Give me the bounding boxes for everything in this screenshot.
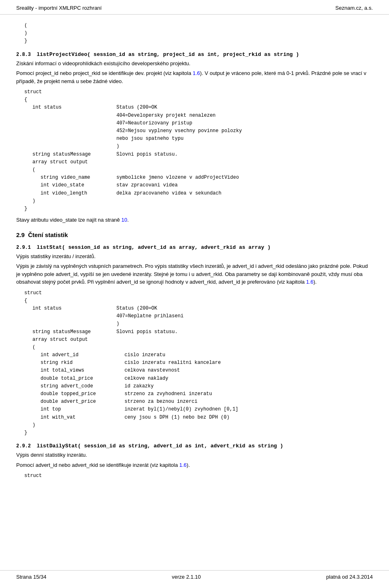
struct-open-291: { <box>24 297 373 305</box>
section-291-func: listStat( session_id as string, advert_i… <box>36 244 270 250</box>
struct-rkid: string rkid cislo inzeratu realitni kanc… <box>41 359 373 367</box>
struct-array-close-291: ) <box>32 421 373 429</box>
footer-center: verze 2.1.10 <box>172 574 201 580</box>
struct-keyword-291: struct <box>24 289 373 297</box>
struct-status-close: ) <box>32 143 373 150</box>
struct-advert-code: string advert_code id zakazky <box>41 383 373 390</box>
link-1-6-c[interactable]: 1.6 <box>180 462 187 468</box>
struct-block-291: struct { int status Status (200=OK 407=N… <box>24 289 373 437</box>
section-283-heading: 2.8.3 listProjectVideo( session_id as st… <box>16 51 373 58</box>
brace-close-paren: ) <box>24 30 373 37</box>
section-292-heading: 2.9.2 listDailyStat( session_id as strin… <box>16 443 373 449</box>
struct-status-407b: 407=Neplatne prihlaseni <box>32 312 373 320</box>
struct-video-length: int video_length delka zpracovaneho vide… <box>41 190 373 197</box>
page-footer: Strana 15/34 verze 2.1.10 platná od 24.3… <box>0 570 389 580</box>
section-292-desc1: Výpis denní statistiky inzerátu. <box>16 451 373 459</box>
link-1-6-a[interactable]: 1.6 <box>192 70 200 76</box>
section-292-func: listDailyStat( session_id as string, adv… <box>36 443 283 449</box>
struct-advert-price: double advert_price strzeno za beznou in… <box>41 398 373 406</box>
struct-video-name: string video_name symbolicke jmeno vloze… <box>41 174 373 182</box>
struct-array-close-283: ) <box>32 197 373 205</box>
struct-statusmsg-291: string statusMessage Slovni popis status… <box>32 328 373 336</box>
section-291-desc1: Výpis statistiky inzerátu / inzerátů. <box>16 252 373 261</box>
struct-total-price: double total_price celkove naklady <box>41 375 373 383</box>
struct-array-open-291: ( <box>32 344 373 351</box>
struct-row-status-283: int status Status (200=OK <box>32 104 373 111</box>
struct-keyword-283: struct <box>24 88 373 96</box>
section-291-desc2: Výpis je závislý na vyplněných vstupních… <box>16 262 373 286</box>
struct-status-452: 452=Nejsou vyplneny vsechny povinne polo… <box>32 127 373 135</box>
footer-right: platná od 24.3.2014 <box>326 574 373 580</box>
header-left: Sreality - importní XMLRPC rozhraní <box>16 5 102 11</box>
section-292-number: 2.9.2 <box>16 443 36 449</box>
struct-block-283: struct { int status Status (200=OK 404=D… <box>24 88 373 213</box>
section-283-func: listProjectVideo( session_id as string, … <box>36 51 299 58</box>
struct-array-open-283: ( <box>32 166 373 174</box>
struct-advert-id: int advert_id cislo inzeratu <box>41 351 373 359</box>
section-283-desc2: Pomocí project_id nebo project_rkid se i… <box>16 69 373 85</box>
struct-keyword-292: struct <box>24 472 373 480</box>
section-291-heading: 2.9.1 listStat( session_id as string, ad… <box>16 244 373 250</box>
footer-left: Strana 15/34 <box>16 574 46 580</box>
struct-close-283: } <box>24 205 373 213</box>
section-283-number: 2.8.3 <box>16 52 36 58</box>
struct-status-nebo: nebo jsou spatneho typu <box>32 135 373 143</box>
struct-block-292: struct <box>24 472 373 480</box>
link-1-6-b[interactable]: 1.6 <box>306 279 313 285</box>
brace-close-curly: } <box>24 37 373 45</box>
struct-status-407a: 407=Neautorizovany pristup <box>32 120 373 127</box>
section-283-desc1: Získání informací o videoprohlídkách exi… <box>16 60 373 68</box>
struct-video-state: int video_state stav zpracovani videa <box>41 182 373 189</box>
struct-status-291: int status Status (200=OK <box>32 305 373 312</box>
link-10[interactable]: 10 <box>121 217 127 223</box>
struct-array-output-283: array struct output <box>32 158 373 166</box>
section-29-title: Čtení statistik <box>28 231 68 238</box>
struct-open-283: { <box>24 96 373 104</box>
top-brace-block: ( ) } <box>24 22 373 45</box>
struct-status-close-291: ) <box>32 320 373 328</box>
brace-open-paren: ( <box>24 22 373 30</box>
section-292-desc2: Pomocí advert_id nebo advert_rkid se ide… <box>16 461 373 469</box>
struct-topped-price: double topped_price strzeno za zvyhodnen… <box>41 390 373 398</box>
struct-top: int top inzerat byl(1)/nebyl(0) zvyhodne… <box>41 406 373 413</box>
struct-with-vat: int with_vat ceny jsou s DPH (1) nebo be… <box>41 414 373 421</box>
struct-status-404: 404=Developersky projekt nenalezen <box>32 112 373 120</box>
struct-statusmsg-283: string statusMessage Slovni popis status… <box>32 151 373 158</box>
section-291-number: 2.9.1 <box>16 245 36 250</box>
header-right: Seznam.cz, a.s. <box>336 5 373 11</box>
section-283-note: Stavy atributu video_state lze najít na … <box>16 216 373 224</box>
struct-close-291: } <box>24 429 373 437</box>
section-29-heading: 2.9 Čtení statistik <box>16 231 373 238</box>
struct-total-views: int total_views celkova navstevnost <box>41 367 373 374</box>
struct-array-output-291: array struct output <box>32 336 373 344</box>
